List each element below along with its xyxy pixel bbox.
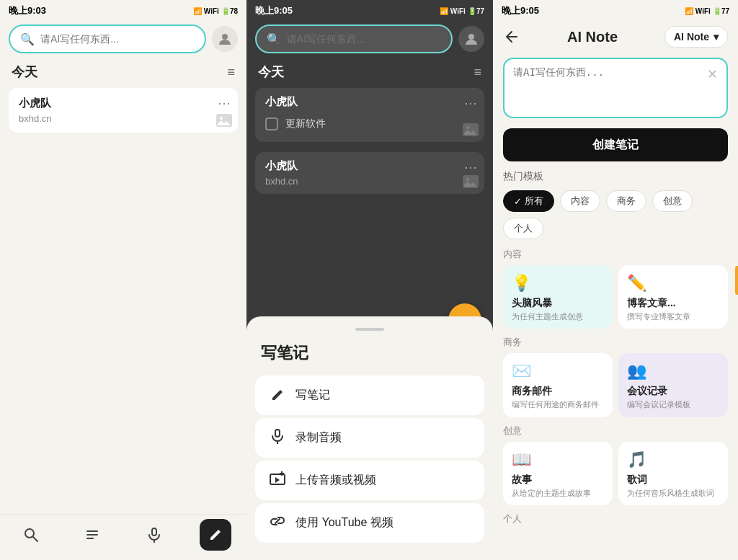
- right-edge-accent: [735, 266, 738, 295]
- template-card-blog[interactable]: ✏️ 博客文章... 撰写专业博客文章: [618, 265, 728, 329]
- create-note-btn[interactable]: 创建笔记: [503, 128, 728, 161]
- template-card-brainstorm[interactable]: 💡 头脑风暴 为任何主题生成创意: [503, 265, 613, 329]
- checkbox-icon-1[interactable]: [265, 117, 278, 130]
- template-grid-creative: 📖 故事 从给定的主题生成故事 🎵 歌词 为任何音乐风格生成歌词: [493, 442, 738, 510]
- sheet-title: 写笔记: [246, 342, 493, 373]
- nav-compose-btn[interactable]: [200, 519, 231, 551]
- svg-point-13: [466, 126, 469, 129]
- nav-search-btn[interactable]: [15, 519, 47, 551]
- svg-rect-16: [275, 430, 280, 437]
- nav-list-btn[interactable]: [76, 519, 108, 551]
- user-icon-1: [218, 32, 232, 46]
- template-desc-brainstorm: 为任何主题生成创意: [512, 311, 604, 321]
- filter-tab-all[interactable]: ✓ 所有: [503, 190, 554, 212]
- template-desc-blog: 撰写专业博客文章: [627, 311, 719, 321]
- status-bar-3: 晚上9:05 📶 WiFi 🔋77: [493, 0, 738, 20]
- filter-tab-creative[interactable]: 创意: [652, 190, 693, 212]
- section-header-today-1: 今天 ≡: [0, 59, 246, 84]
- search-row-2: 🔍: [246, 20, 493, 59]
- search-input-1[interactable]: [40, 33, 195, 45]
- avatar-btn-2[interactable]: [458, 26, 484, 52]
- template-card-story[interactable]: 📖 故事 从给定的主题生成故事: [503, 442, 613, 505]
- svg-point-15: [466, 178, 469, 181]
- note-title-2b: 小虎队: [265, 159, 474, 173]
- svg-point-2: [220, 117, 223, 120]
- sheet-item-upload[interactable]: 上传音频或视频: [255, 461, 484, 500]
- nav-mic-btn[interactable]: [138, 519, 170, 551]
- template-grid-content: 💡 头脑风暴 为任何主题生成创意 ✏️ 博客文章... 撰写专业博客文章: [493, 265, 738, 333]
- search-input-2[interactable]: [287, 33, 441, 45]
- dropdown-label: AI Note: [674, 31, 709, 43]
- filter-tab-business[interactable]: 商务: [606, 190, 646, 212]
- filter-tab-personal[interactable]: 个人: [503, 218, 543, 239]
- template-name-brainstorm: 头脑风暴: [512, 297, 604, 310]
- ainote-dropdown[interactable]: AI Note ▾: [664, 26, 728, 48]
- sheet-item-write-label: 写笔记: [295, 388, 330, 403]
- section-label-creative: 创意: [493, 422, 738, 442]
- avatar-btn-1[interactable]: [212, 26, 238, 52]
- ai-textarea[interactable]: [513, 66, 707, 110]
- filter-tabs: ✓ 所有 内容 商务 创意 个人: [493, 187, 738, 245]
- checklist-item-1: 更新软件: [265, 113, 474, 135]
- bottom-sheet: 写笔记 写笔记 录制音频: [246, 316, 493, 560]
- time-3: 晚上9:05: [502, 4, 539, 17]
- status-icons-1: 📶 WiFi 🔋78: [193, 7, 238, 15]
- svg-rect-8: [152, 528, 156, 535]
- svg-point-0: [222, 34, 228, 40]
- sheet-handle: [355, 328, 384, 331]
- panel-ai-note: 晚上9:05 📶 WiFi 🔋77 AI Note AI Note ▾ ✕ 创建…: [493, 0, 738, 560]
- write-icon: [270, 386, 285, 405]
- template-card-email[interactable]: ✉️ 商务邮件 编写任何用途的商务邮件: [503, 353, 613, 417]
- wifi-icon: WiFi: [204, 7, 219, 15]
- upload-icon: [270, 471, 285, 490]
- sheet-item-audio[interactable]: 录制音频: [255, 418, 484, 458]
- search-box-1[interactable]: 🔍: [9, 25, 206, 53]
- sheet-item-write[interactable]: 写笔记: [255, 375, 484, 415]
- status-bar-1: 晚上9:03 📶 WiFi 🔋78: [0, 0, 246, 20]
- status-bar-2: 晚上9:05 📶 WiFi 🔋77: [246, 0, 493, 20]
- battery-icon: 🔋78: [221, 7, 238, 15]
- status-icons-3: 📶 WiFi 🔋77: [685, 7, 729, 15]
- bulb-icon: 💡: [512, 274, 604, 293]
- sort-icon-2[interactable]: ≡: [474, 65, 481, 80]
- section-label-business: 商务: [493, 333, 738, 353]
- sort-icon-1[interactable]: ≡: [227, 65, 235, 80]
- chevron-down-icon: ▾: [713, 31, 719, 43]
- book-icon: 📖: [512, 450, 604, 469]
- template-name-email: 商务邮件: [512, 385, 604, 398]
- template-name-story: 故事: [512, 474, 604, 486]
- template-card-lyrics[interactable]: 🎵 歌词 为任何音乐风格生成歌词: [618, 442, 728, 505]
- wifi-icon-2: WiFi: [450, 7, 466, 15]
- mic-nav-icon: [146, 527, 162, 543]
- template-name-meeting: 会议记录: [627, 385, 719, 398]
- sheet-item-youtube-label: 使用 YouTube 视频: [295, 515, 394, 530]
- template-card-meeting[interactable]: 👥 会议记录 编写会议记录模板: [618, 353, 728, 417]
- back-button[interactable]: [503, 28, 520, 45]
- hot-templates-label: 热门模板: [493, 166, 738, 187]
- clear-textarea-btn[interactable]: ✕: [707, 66, 718, 82]
- note-card-1[interactable]: 小虎队 bxhd.cn ⋯: [9, 88, 238, 133]
- note-card-2b[interactable]: 小虎队 bxhd.cn ⋯: [255, 152, 484, 194]
- time-1: 晚上9:03: [9, 4, 46, 17]
- note-menu-2a[interactable]: ⋯: [464, 95, 477, 111]
- note-menu-2b[interactable]: ⋯: [464, 159, 477, 175]
- panel-notes-list: 晚上9:03 📶 WiFi 🔋78 🔍 今天 ≡ 小虎队 bxhd.cn ⋯: [0, 0, 246, 560]
- link-icon: [270, 513, 285, 533]
- search-row-1: 🔍: [0, 20, 246, 59]
- music-icon: 🎵: [627, 450, 719, 469]
- svg-point-11: [468, 34, 474, 40]
- filter-tab-content[interactable]: 内容: [560, 190, 600, 212]
- sheet-item-youtube[interactable]: 使用 YouTube 视频: [255, 503, 484, 543]
- today-label-2: 今天: [258, 63, 284, 81]
- svg-line-4: [33, 537, 37, 541]
- template-name-lyrics: 歌词: [627, 474, 719, 486]
- note-menu-1[interactable]: ⋯: [218, 95, 231, 111]
- ai-textarea-wrap[interactable]: ✕: [503, 58, 728, 118]
- status-icons-2: 📶 WiFi 🔋77: [440, 7, 484, 15]
- search-box-2[interactable]: 🔍: [255, 25, 453, 53]
- network-icon-3: 📶: [685, 7, 693, 15]
- image-placeholder-icon-2b: [463, 175, 479, 188]
- section-label-personal: 个人: [493, 510, 738, 530]
- network-icon: 📶: [193, 7, 202, 15]
- note-card-2a[interactable]: 小虎队 更新软件 ⋯: [255, 88, 484, 142]
